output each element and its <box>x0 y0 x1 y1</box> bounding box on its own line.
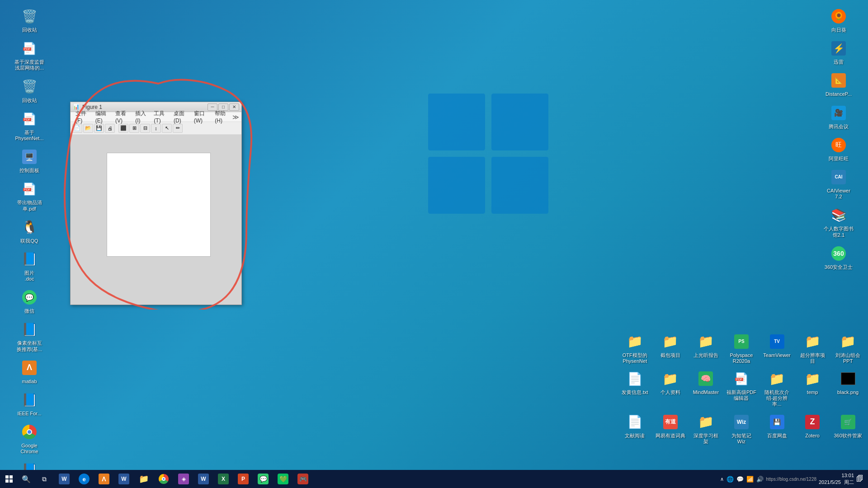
desktop-icon-huishou[interactable]: 🗑️ 回收站 <box>11 75 47 106</box>
toolbar-save[interactable]: 💾 <box>94 124 104 133</box>
menu-window[interactable]: 窗口(W) <box>191 109 210 125</box>
distance-icon: 📐 <box>830 71 848 89</box>
taskview-button[interactable]: ⧉ <box>34 470 54 488</box>
taskbar-matlab[interactable]: Λ <box>94 470 114 488</box>
desktop-icon-report[interactable]: 📁 上光听报告 <box>689 330 723 367</box>
taskbar-time[interactable]: 13:01 2021/5/25 周二 <box>819 472 854 486</box>
tray-arrow[interactable]: ∧ <box>720 476 724 482</box>
taskbar-wechat[interactable]: 💬 <box>253 470 273 488</box>
taskbar-fileexplorer[interactable]: 📁 <box>134 470 154 488</box>
taskbar-chrome[interactable] <box>154 470 174 488</box>
desktop-icon-pdf1[interactable]: 📄 PDF 基于深度监督浅层网络的... <box>11 37 47 74</box>
toolbar-select[interactable]: ⬛ <box>118 124 128 133</box>
desktop-icon-xriji[interactable]: 🌻 向日葵 <box>821 5 857 36</box>
desktop-icon-temp[interactable]: 📁 temp <box>796 367 830 410</box>
controlpanel-icon: 🖥️ <box>20 148 38 166</box>
xunlei-label: 迅雷 <box>834 59 844 65</box>
desktop-icon-wiz[interactable]: Wiz 为知笔记Wiz <box>724 410 758 447</box>
desktop-icon-xunlei[interactable]: ⚡ 迅雷 <box>821 37 857 68</box>
faxin-label: 发黄信息.txt <box>622 389 648 395</box>
desktop-icon-chaofenxiangmu[interactable]: 📁 超分辨率项目 <box>796 330 830 367</box>
desktop-icons-right: 🌻 向日葵 ⚡ 迅雷 📐 DistanceP... 🎥 腾讯会议 旺 <box>809 0 868 277</box>
taskbar-word2[interactable]: W <box>114 470 134 488</box>
desktop-icon-matlab[interactable]: Λ matlab <box>11 356 47 387</box>
desktop-icon-recycle[interactable]: 🗑️ 回收站 <box>11 5 47 36</box>
doc2-icon: 📘 <box>20 320 38 338</box>
desktop-icon-teamviewer[interactable]: TV TeamViewer <box>760 330 794 367</box>
desktop-icon-doc2[interactable]: 📘 像素坐标互换推荐(基... <box>11 318 47 355</box>
tray-network[interactable]: 🌐 <box>726 476 734 483</box>
desktop-icon-faxin[interactable]: 📄 发黄信息.txt <box>618 367 652 410</box>
menu-insert[interactable]: 插入(I) <box>132 109 149 125</box>
tray-wifi[interactable]: 📶 <box>746 476 754 483</box>
taskbar-app16[interactable]: 🎮 <box>293 470 313 488</box>
desktop-icon-pdfeditor[interactable]: 📄 PDF 福新高级PDF编辑器 <box>724 367 758 410</box>
word3-taskbar-icon: W <box>198 474 209 484</box>
desktop-icon-doc1[interactable]: 📘 图片.doc <box>11 248 47 285</box>
deeplearning-icon: 📁 <box>697 413 715 431</box>
menu-file[interactable]: 文件(F) <box>73 109 90 125</box>
desktop-icon-tencent[interactable]: 🎥 腾讯会议 <box>821 101 857 132</box>
desktop-icon-deeplearning[interactable]: 📁 深度学习框架 <box>689 410 723 447</box>
desktop-icon-library[interactable]: 📚 个人数字图书馆2.1 <box>821 203 857 240</box>
desktop-icon-gerenziliao[interactable]: 📁 个人资料 <box>653 367 687 410</box>
desktop-icon-mindmaster[interactable]: 🧠 MindMaster <box>689 367 723 410</box>
desktop-icon-jiebaoxiangmu[interactable]: 📁 截包项目 <box>653 330 687 367</box>
taskbar-word[interactable]: W <box>54 470 74 488</box>
taskbar-excel[interactable]: X <box>213 470 233 488</box>
action-center[interactable]: 🗐 <box>856 475 863 483</box>
toolbar-cursor[interactable]: ↖ <box>162 124 172 133</box>
desktop-icon-distance[interactable]: 📐 DistanceP... <box>821 69 857 100</box>
menu-edit[interactable]: 编辑(E) <box>93 109 110 125</box>
taskview-icon: ⧉ <box>42 475 47 483</box>
toolbar-edit[interactable]: ✏ <box>173 124 183 133</box>
desktop-icon-zotero[interactable]: Z Zotero <box>796 410 830 447</box>
toolbar-print[interactable]: 🖨 <box>105 124 115 133</box>
desktop-icon-wechat[interactable]: 💬 微信 <box>11 286 47 317</box>
taskbar-wechatwork[interactable]: 💚 <box>273 470 293 488</box>
desktop-icon-baidu[interactable]: 💾 百度网盘 <box>760 410 794 447</box>
desktop-icon-liutao[interactable]: 📁 刘涛山组会PPT <box>831 330 865 367</box>
desktop-icon-pdf2[interactable]: 📄 PDF 基于PhysenNet... <box>11 107 47 144</box>
desktop-icon-suijipici[interactable]: 📁 随机批次介绍-超分辨率... <box>760 367 794 410</box>
desktop-icon-caiviewer[interactable]: CAI CAIViewer7.2 <box>821 165 857 202</box>
desktop-icon-ieee[interactable]: 📘 IEEE For... <box>11 388 47 419</box>
desktop-icon-360[interactable]: 360 360安全卫士 <box>821 242 857 273</box>
toolbar-new[interactable]: 📄 <box>72 124 82 133</box>
tray-wechat-mini[interactable]: 💬 <box>736 476 744 483</box>
desktop-icon-doc3[interactable]: 📘 原材料给效单.doc <box>11 459 47 470</box>
menu-tools[interactable]: 工具(T) <box>151 109 169 125</box>
figure-window[interactable]: 📊 Figure 1 ─ □ ✕ 文件(F) 编辑(E) 查看(V) 插入(I)… <box>70 102 242 305</box>
xriji-icon: 🌻 <box>830 7 848 25</box>
search-button[interactable]: 🔍 <box>18 471 34 487</box>
menu-expand[interactable]: ≫ <box>232 113 239 121</box>
taskbar-edge[interactable]: e <box>74 470 94 488</box>
desktop-icon-360guanjia[interactable]: 🛒 360软件管家 <box>831 410 865 447</box>
taskbar-app9[interactable]: ◈ <box>174 470 193 488</box>
desktop-icon-qq[interactable]: 🐧 联我QQ <box>11 216 47 247</box>
desktop-icon-wenxian[interactable]: 📄 文献阅读 <box>618 410 652 447</box>
temp-icon: 📁 <box>803 370 821 388</box>
desktop-icon-pdf3[interactable]: 📄 PDF 带出物品清单.pdf <box>11 177 47 214</box>
close-button[interactable]: ✕ <box>229 103 239 111</box>
start-button[interactable] <box>0 470 18 488</box>
desktop-icon-blackpng[interactable]: black.png <box>831 367 865 410</box>
desktop-icon-controlpanel[interactable]: 🖥️ 控制面板 <box>11 145 47 176</box>
menu-view[interactable]: 查看(V) <box>113 109 130 125</box>
menu-help[interactable]: 帮助(H) <box>212 109 230 125</box>
day-display: 周二 <box>844 479 854 485</box>
taskbar-word3[interactable]: W <box>193 470 213 488</box>
taskbar-ppt[interactable]: P <box>233 470 253 488</box>
blackpng-icon <box>839 370 857 388</box>
toolbar-open[interactable]: 📂 <box>83 124 93 133</box>
desktop-icon-chrome[interactable]: GoogleChrome <box>11 420 47 457</box>
tray-volume[interactable]: 🔊 <box>756 476 764 483</box>
desktop-icon-youdao[interactable]: 有道 网易有道词典 <box>653 410 687 447</box>
desktop-icon-otf[interactable]: 📁 OTF模型的PhysenNet <box>618 330 652 367</box>
menu-desktop[interactable]: 桌面(D) <box>171 109 189 125</box>
toolbar-zoom-in[interactable]: ⊞ <box>129 124 139 133</box>
desktop-icon-wangwang[interactable]: 旺 阿里旺旺 <box>821 133 857 164</box>
toolbar-pan[interactable]: ↕ <box>151 124 161 133</box>
toolbar-zoom-out[interactable]: ⊟ <box>140 124 150 133</box>
desktop-icon-polyspace[interactable]: PS PolyspaceR2020a <box>724 330 758 367</box>
